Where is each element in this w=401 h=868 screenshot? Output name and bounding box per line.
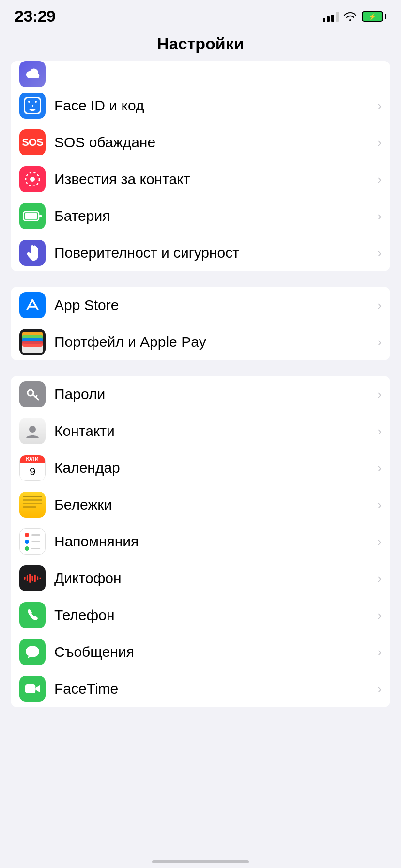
notes-icon-wrap (19, 492, 46, 518)
phone-label: Телефон (54, 607, 373, 623)
chevron-icon: › (377, 298, 382, 313)
calendar-icon-wrap: ЮЛИ 9 (19, 455, 46, 481)
chevron-icon: › (377, 387, 382, 402)
calendar-row[interactable]: ЮЛИ 9 Календар › (11, 450, 390, 486)
status-time: 23:29 (15, 7, 55, 26)
chevron-icon: › (377, 534, 382, 549)
wallet-row[interactable]: Портфейл и Apple Pay › (11, 324, 390, 360)
list-item[interactable] (11, 61, 390, 87)
status-bar: 23:29 ⚡ (0, 0, 401, 30)
page-title: Настройки (157, 34, 244, 53)
battery-setting-icon-wrap (19, 203, 46, 229)
wifi-icon (343, 11, 357, 22)
svg-rect-14 (37, 576, 38, 580)
svg-rect-15 (39, 577, 41, 579)
appstore-icon (24, 297, 41, 313)
hand-icon (25, 244, 40, 262)
settings-group-store: App Store › Портфейл и Apple Pay › (11, 287, 390, 360)
phone-row[interactable]: Телефон › (11, 597, 390, 634)
svg-rect-10 (27, 575, 28, 581)
battery-row[interactable]: Батерия › (11, 198, 390, 234)
chevron-icon: › (377, 645, 382, 660)
key-icon (25, 387, 40, 402)
facetime-icon (24, 682, 41, 695)
appstore-icon-wrap (19, 292, 46, 318)
notes-label: Бележки (54, 496, 373, 513)
svg-point-1 (30, 177, 35, 182)
svg-rect-4 (39, 215, 42, 217)
home-indicator (152, 860, 249, 863)
voicememo-icon-wrap (19, 565, 46, 591)
privacy-label: Поверителност и сигурност (54, 245, 373, 261)
wallet-label: Портфейл и Apple Pay (54, 334, 373, 350)
contacts-icon (24, 423, 41, 439)
svg-rect-11 (29, 574, 31, 583)
voicememo-row[interactable]: Диктофон › (11, 560, 390, 597)
nav-title: Настройки (0, 30, 401, 61)
phone-icon-wrap (19, 602, 46, 628)
facetime-icon-wrap (19, 676, 46, 702)
chevron-icon: › (377, 608, 382, 623)
messages-label: Съобщения (54, 644, 373, 660)
chevron-icon: › (377, 135, 382, 150)
calendar-label: Календар (54, 460, 373, 476)
chevron-icon: › (377, 497, 382, 512)
battery-label: Батерия (54, 208, 373, 224)
passwords-row[interactable]: Пароли › (11, 376, 390, 413)
svg-rect-13 (34, 574, 36, 582)
signal-icon (323, 11, 339, 22)
face-id-icon (24, 97, 41, 114)
contacts-icon-wrap (19, 418, 46, 444)
sos-label: SOS обаждане (54, 134, 373, 151)
facetime-row[interactable]: FaceTime › (11, 670, 390, 707)
face-id-icon-wrap (19, 93, 46, 119)
passwords-icon-wrap (19, 381, 46, 407)
reminders-label: Напомняния (54, 533, 373, 550)
settings-group-apps: Пароли › Контакти › ЮЛИ 9 Календар › (11, 376, 390, 707)
settings-group-security: Face ID и код › SOS SOS обаждане › Извес… (11, 61, 390, 271)
svg-line-7 (35, 396, 37, 397)
reminders-icon-wrap (19, 528, 46, 555)
chevron-icon: › (377, 246, 382, 261)
contacts-label: Контакти (54, 423, 373, 439)
chevron-icon: › (377, 98, 382, 113)
contact-notif-icon (24, 170, 41, 188)
sos-icon-wrap: SOS (19, 129, 46, 155)
notes-row[interactable]: Бележки › (11, 486, 390, 523)
status-icons: ⚡ (323, 11, 386, 22)
svg-rect-9 (24, 577, 26, 580)
appstore-row[interactable]: App Store › (11, 287, 390, 324)
wallet-icon-wrap (19, 329, 46, 355)
contacts-row[interactable]: Контакти › (11, 413, 390, 450)
sos-icon: SOS (22, 136, 43, 149)
chevron-icon: › (377, 682, 382, 697)
battery-setting-icon (23, 211, 42, 221)
messages-icon (25, 645, 40, 659)
voicememo-icon (23, 572, 42, 585)
face-id-row[interactable]: Face ID и код › (11, 87, 390, 124)
appstore-label: App Store (54, 297, 373, 313)
contact-notif-label: Известия за контакт (54, 171, 373, 187)
contact-notif-icon-wrap (19, 166, 46, 192)
messages-row[interactable]: Съобщения › (11, 634, 390, 670)
sos-row[interactable]: SOS SOS обаждане › (11, 124, 390, 161)
svg-rect-12 (31, 576, 33, 581)
facetime-label: FaceTime (54, 681, 373, 697)
face-id-label: Face ID и код (54, 97, 373, 114)
svg-point-8 (29, 426, 36, 433)
chevron-icon: › (377, 424, 382, 439)
passwords-label: Пароли (54, 386, 373, 403)
phone-icon (25, 608, 40, 622)
messages-icon-wrap (19, 639, 46, 665)
cloud-icon (25, 67, 40, 81)
chevron-icon: › (377, 335, 382, 350)
contact-notif-row[interactable]: Известия за контакт › (11, 161, 390, 198)
chevron-icon: › (377, 571, 382, 586)
privacy-row[interactable]: Поверителност и сигурност › (11, 234, 390, 271)
chevron-icon: › (377, 209, 382, 224)
chevron-icon: › (377, 461, 382, 476)
reminders-row[interactable]: Напомняния › (11, 523, 390, 560)
privacy-icon-wrap (19, 240, 46, 266)
svg-rect-3 (25, 213, 37, 219)
chevron-icon: › (377, 172, 382, 187)
